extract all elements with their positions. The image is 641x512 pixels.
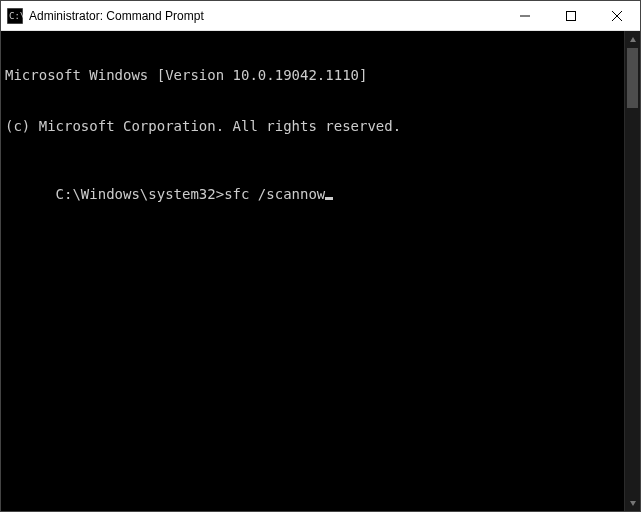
- svg-text:C:\: C:\: [9, 11, 23, 21]
- command-input[interactable]: sfc /scannow: [224, 186, 325, 202]
- client-area: Microsoft Windows [Version 10.0.19042.11…: [1, 31, 640, 511]
- output-line: (c) Microsoft Corporation. All rights re…: [5, 118, 620, 135]
- cursor-icon: [325, 197, 333, 200]
- window-controls: [502, 1, 640, 30]
- command-prompt-icon: C:\: [7, 8, 23, 24]
- window-title: Administrator: Command Prompt: [29, 9, 204, 23]
- minimize-button[interactable]: [502, 1, 548, 30]
- scroll-up-button[interactable]: [625, 31, 641, 48]
- close-button[interactable]: [594, 1, 640, 30]
- title-bar[interactable]: C:\ Administrator: Command Prompt: [1, 1, 640, 31]
- svg-marker-6: [630, 37, 636, 42]
- prompt: C:\Windows\system32>: [56, 186, 225, 202]
- svg-rect-3: [567, 11, 576, 20]
- vertical-scrollbar[interactable]: [624, 31, 640, 511]
- scroll-down-button[interactable]: [625, 494, 641, 511]
- command-prompt-window: C:\ Administrator: Command Prompt Micros…: [0, 0, 641, 512]
- scrollbar-track[interactable]: [625, 48, 640, 494]
- scrollbar-thumb[interactable]: [627, 48, 638, 108]
- svg-marker-7: [630, 501, 636, 506]
- maximize-button[interactable]: [548, 1, 594, 30]
- terminal-output[interactable]: Microsoft Windows [Version 10.0.19042.11…: [1, 31, 624, 511]
- output-line: Microsoft Windows [Version 10.0.19042.11…: [5, 67, 620, 84]
